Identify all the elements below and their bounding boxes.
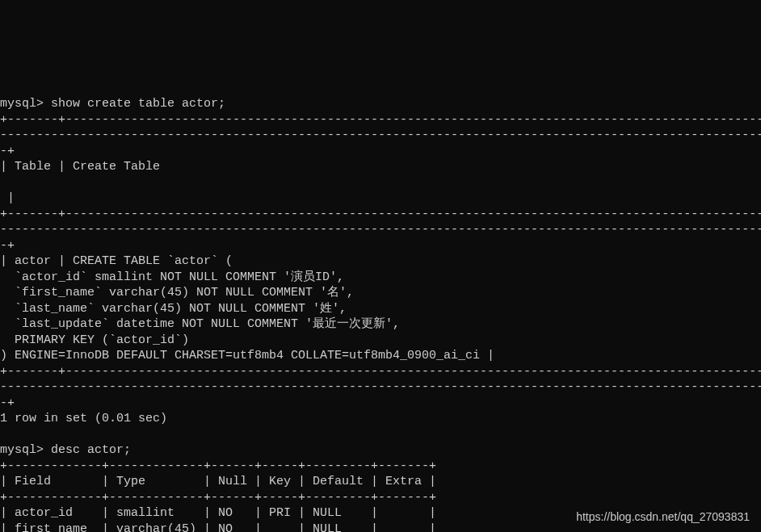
create-table-line: `first_name` varchar(45) NOT NULL COMMEN… [0,286,354,300]
table-pad: | [0,191,15,205]
create-table-line: `last_update` datetime NOT NULL COMMENT … [0,317,400,331]
desc-table-row: | actor_id | smallint | NO | PRI | NULL … [0,506,436,520]
desc-table-row: | first_name | varchar(45) | NO | | NULL… [0,522,436,533]
watermark-link[interactable]: https://blog.csdn.net/qq_27093831 [576,509,750,524]
mysql-prompt-line[interactable]: mysql> desc actor; [0,443,131,457]
table-border: -+ [0,396,15,410]
table-border: +-------+-------------------------------… [0,113,761,127]
table-border: ----------------------------------------… [0,380,761,394]
table-border: +-------+-------------------------------… [0,365,761,379]
rows-in-set: 1 row in set (0.01 sec) [0,412,167,425]
table-border: +-------+-------------------------------… [0,207,761,221]
create-table-line: | actor | CREATE TABLE `actor` ( [0,254,233,268]
desc-table-border: +-------------+-------------+------+----… [0,491,436,505]
terminal-output: mysql> show create table actor; +-------… [0,79,761,533]
desc-table-header: | Field | Type | Null | Key | Default | … [0,475,436,488]
mysql-prompt-line[interactable]: mysql> show create table actor; [0,97,225,111]
table-border: ----------------------------------------… [0,223,761,237]
create-table-line: `last_name` varchar(45) NOT NULL COMMENT… [0,302,347,316]
table-border: -+ [0,239,15,253]
table-border: ----------------------------------------… [0,128,761,142]
table-border: -+ [0,145,15,158]
create-table-line: PRIMARY KEY (`actor_id`) [0,333,189,347]
create-table-line: ) ENGINE=InnoDB DEFAULT CHARSET=utf8mb4 … [0,349,494,362]
table-header-row: | Table | Create Table [0,160,160,174]
desc-table-border: +-------------+-------------+------+----… [0,459,436,473]
create-table-line: `actor_id` smallint NOT NULL COMMENT '演员… [0,270,344,284]
